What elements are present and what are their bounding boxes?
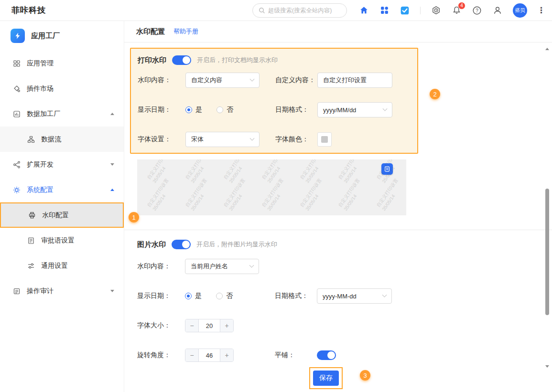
field-label: 水印内容：	[137, 262, 185, 271]
user-contact-icon[interactable]	[492, 5, 503, 16]
show-date-no-radio[interactable]: 否	[216, 292, 233, 300]
print-watermark-title-row: 打印水印 开启后，打印文档均显示水印	[138, 54, 411, 66]
tile-toggle[interactable]	[317, 350, 336, 360]
watermark-tile: 自定义打印设置35/05/14	[337, 177, 367, 212]
sidebar-item-app-management[interactable]: 应用管理	[0, 51, 124, 76]
sidebar-item-watermark-config[interactable]: 水印配置	[0, 202, 124, 228]
hexagon-clock-icon[interactable]	[431, 5, 441, 16]
home-icon[interactable]	[358, 5, 369, 16]
chevron-down-icon	[110, 290, 114, 292]
image-watermark-section: 图片水印 开启后，附件图片均显示水印 水印内容： 当前用户姓名 显示日期：	[124, 230, 552, 363]
audit-log-icon	[12, 287, 21, 295]
avatar[interactable]: 搭贝	[513, 3, 527, 18]
vertical-scrollbar	[544, 46, 551, 369]
save-button[interactable]: 保存	[313, 371, 339, 386]
radio-label: 是	[195, 106, 202, 114]
workspace-switcher[interactable]: 应用工厂	[0, 21, 124, 51]
sidebar-nav: 应用管理 插件市场 数据加工厂 数据流 扩展开发	[0, 51, 124, 304]
page-title: 水印配置	[136, 27, 165, 36]
sidebar-item-system-config[interactable]: 系统配置	[0, 177, 124, 202]
flow-icon	[27, 135, 35, 143]
stepper-value: 46	[199, 349, 220, 361]
select-value: 自定义内容	[191, 76, 222, 85]
bar-chart-icon	[12, 110, 21, 118]
image-watermark-toggle[interactable]	[172, 240, 191, 249]
notifications-bell-icon[interactable]: 4	[451, 5, 462, 16]
help-manual-link[interactable]: 帮助手册	[173, 27, 198, 36]
scroll-up-arrow[interactable]	[544, 46, 551, 52]
watermark-tile: 自定义打印设置35/05/14	[375, 177, 405, 212]
increase-button[interactable]: +	[220, 349, 233, 361]
print-date-format-select[interactable]: yyyy/MM/dd	[317, 102, 392, 117]
toggle-hint: 开启后，打印文档均显示水印	[197, 56, 278, 64]
radio-unselected-icon	[216, 293, 223, 299]
help-icon[interactable]: ?	[472, 5, 482, 16]
chevron-down-icon	[249, 263, 254, 267]
sidebar-item-extension-dev[interactable]: 扩展开发	[0, 152, 124, 177]
decrease-button[interactable]: −	[185, 349, 199, 361]
increase-button[interactable]: +	[220, 319, 233, 332]
watermark-tile: 自定义打印设置35/05/14	[184, 177, 214, 212]
show-date-no-radio[interactable]: 否	[216, 106, 233, 114]
image-watermark-title-row: 图片水印 开启后，附件图片均显示水印	[137, 239, 552, 250]
form-row: 水印内容： 当前用户姓名	[137, 259, 552, 274]
sidebar-item-operation-audit[interactable]: 操作审计	[0, 278, 124, 304]
field-label: 显示日期：	[138, 106, 185, 114]
font-color-picker[interactable]	[317, 132, 332, 147]
field-label: 日期格式：	[275, 106, 317, 114]
chevron-down-icon	[383, 106, 388, 111]
sidebar-item-data-flow[interactable]: 数据流	[0, 127, 124, 152]
plugin-icon	[12, 85, 21, 93]
nav-label: 应用管理	[27, 59, 54, 68]
radio-unselected-icon	[216, 106, 223, 113]
sidebar-item-plugin-market[interactable]: 插件市场	[0, 76, 124, 101]
decrease-button[interactable]: −	[185, 319, 199, 332]
nav-label: 水印配置	[42, 211, 69, 220]
field-label: 显示日期：	[137, 292, 185, 300]
share-nodes-icon	[12, 160, 21, 169]
select-value: 宋体	[191, 135, 204, 144]
global-search[interactable]	[252, 3, 347, 18]
chevron-down-icon	[382, 292, 387, 297]
form-row: 旋转角度： − 46 + 平铺：	[137, 348, 552, 363]
nav-label: 数据加工厂	[27, 110, 60, 118]
print-content-select[interactable]: 自定义内容	[185, 73, 260, 88]
search-input[interactable]	[268, 7, 341, 14]
sidebar-item-approval-phrase[interactable]: 审批语设置	[0, 228, 124, 253]
show-date-yes-radio[interactable]: 是	[185, 292, 202, 300]
field-label: 自定义内容：	[275, 76, 317, 85]
main-panel: 水印配置 帮助手册 打印水印 开启后，打印文档均显示水印 水印内容： 自定义内容…	[124, 21, 552, 392]
color-swatch	[321, 136, 328, 143]
field-label: 字体颜色：	[275, 135, 317, 144]
kebab-menu-icon[interactable]: ⋮	[537, 6, 545, 14]
sidebar-item-data-factory[interactable]: 数据加工厂	[0, 101, 124, 127]
app-factory-icon	[11, 29, 25, 43]
field-label: 字体设置：	[138, 135, 185, 144]
image-date-format-select[interactable]: yyyy-MM-dd	[317, 288, 392, 304]
section-title: 打印水印	[138, 56, 166, 65]
print-watermark-toggle[interactable]	[172, 55, 191, 65]
field-label: 旋转角度：	[137, 351, 185, 360]
select-value: yyyy-MM-dd	[323, 293, 357, 300]
watermark-print-icon	[28, 211, 36, 219]
form-row: 水印内容： 自定义内容 自定义内容：	[138, 73, 411, 88]
radio-selected-icon	[185, 293, 192, 299]
field-label: 日期格式：	[275, 292, 317, 300]
annotation-step-2: 2	[430, 89, 440, 99]
notification-badge: 4	[458, 2, 465, 10]
image-content-select[interactable]: 当前用户姓名	[185, 259, 259, 274]
watermark-tile: 自定义打印设置35/05/14	[222, 177, 252, 212]
scrollbar-thumb[interactable]	[545, 189, 549, 315]
apps-grid-icon[interactable]	[379, 5, 390, 16]
watermark-preview: 自定义打印设置35/05/14自定义打印设置35/05/14自定义打印设置35/…	[137, 159, 406, 215]
todo-check-app-icon[interactable]	[400, 5, 410, 16]
show-date-yes-radio[interactable]: 是	[185, 106, 202, 114]
custom-content-input[interactable]	[317, 73, 392, 88]
select-value: yyyy/MM/dd	[323, 106, 356, 114]
grid-icon	[12, 59, 21, 67]
field-label: 平铺：	[275, 351, 317, 360]
chevron-up-icon	[110, 189, 114, 191]
sidebar-item-general-settings[interactable]: 通用设置	[0, 253, 124, 278]
font-family-select[interactable]: 宋体	[185, 132, 260, 147]
scroll-down-arrow[interactable]	[544, 363, 551, 369]
